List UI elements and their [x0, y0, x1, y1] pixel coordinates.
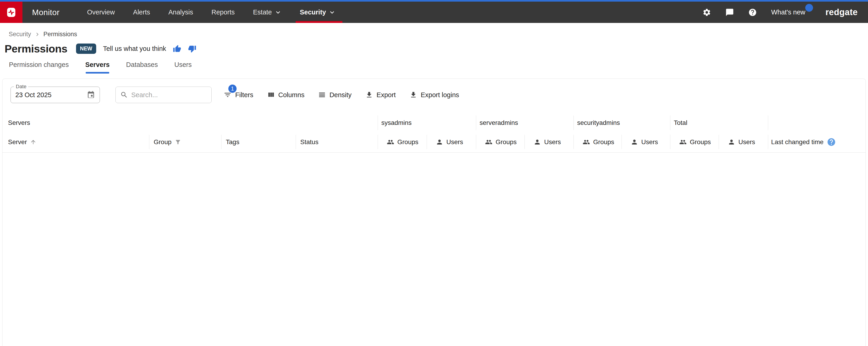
column-header-server[interactable]: Server: [2, 132, 149, 152]
column-header-group[interactable]: Group: [149, 132, 221, 152]
column-header-last-changed[interactable]: Last changed time: [768, 132, 866, 152]
feedback-text: Tell us what you think: [103, 45, 166, 53]
column-header-tags[interactable]: Tags: [221, 132, 296, 152]
date-field[interactable]: Date 23 Oct 2025: [10, 87, 100, 103]
help-circle-icon[interactable]: [827, 138, 836, 147]
column-header-serveradmins-users[interactable]: Users: [524, 132, 574, 152]
thumbs-up-icon[interactable]: [173, 45, 181, 53]
column-header-serveradmins-groups[interactable]: Groups: [476, 132, 524, 152]
sort-ascending-icon: [30, 139, 36, 145]
group-header-spacer: [768, 114, 866, 132]
nav-item-security[interactable]: Security: [300, 2, 336, 23]
nav-item-alerts[interactable]: Alerts: [133, 2, 150, 23]
breadcrumb: Security Permissions: [0, 23, 868, 38]
group-header-securityadmins: securityadmins: [574, 114, 670, 132]
column-header-securityadmins-users[interactable]: Users: [622, 132, 670, 152]
tab-servers[interactable]: Servers: [85, 61, 110, 74]
search-icon: [120, 91, 128, 99]
title-row: Permissions NEW Tell us what you think: [0, 38, 868, 55]
nav-item-estate[interactable]: Estate: [253, 2, 281, 23]
redgate-logo: redgate: [826, 7, 858, 17]
notification-dot: [805, 4, 813, 12]
table-group-header: Servers sysadmins serveradmins securitya…: [2, 114, 866, 132]
user-icon: [534, 138, 541, 146]
tab-users[interactable]: Users: [174, 61, 192, 74]
pulse-logo-icon: [6, 7, 17, 18]
search-field[interactable]: [116, 87, 212, 103]
column-header-status[interactable]: Status: [296, 132, 378, 152]
feedback-chat-icon[interactable]: [725, 8, 734, 17]
date-field-label: Date: [14, 84, 28, 90]
download-icon: [365, 91, 373, 99]
group-header-total: Total: [670, 114, 768, 132]
group-header-serveradmins: serveradmins: [476, 114, 574, 132]
column-header-sysadmins-groups[interactable]: Groups: [378, 132, 427, 152]
group-header-servers: Servers: [2, 114, 378, 132]
tab-databases[interactable]: Databases: [126, 61, 158, 74]
tab-permission-changes[interactable]: Permission changes: [9, 61, 69, 74]
monitor-logo[interactable]: [0, 2, 23, 23]
toolbar-buttons: 1 Filters Columns Density Export Export …: [223, 91, 459, 99]
column-header-total-users[interactable]: Users: [719, 132, 768, 152]
calendar-icon[interactable]: [87, 91, 95, 99]
product-name: Monitor: [32, 8, 60, 17]
user-icon: [436, 138, 443, 146]
column-header-total-groups[interactable]: Groups: [670, 132, 719, 152]
servers-panel: Date 23 Oct 2025 1 Filters Columns Densi…: [2, 79, 866, 346]
group-header-sysadmins: sysadmins: [378, 114, 476, 132]
date-value: 23 Oct 2025: [16, 91, 52, 99]
chevron-down-icon: [275, 9, 281, 16]
groups-icon: [485, 138, 492, 146]
columns-button[interactable]: Columns: [267, 91, 304, 99]
density-button[interactable]: Density: [318, 91, 351, 99]
top-nav: Monitor Overview Alerts Analysis Reports…: [0, 2, 868, 23]
chevron-down-icon: [329, 9, 336, 16]
thumbs-down-icon[interactable]: [188, 45, 196, 53]
whats-new-link[interactable]: What's new: [771, 8, 811, 16]
export-logins-button[interactable]: Export logins: [409, 91, 459, 99]
nav-item-overview[interactable]: Overview: [87, 2, 115, 23]
groups-icon: [387, 138, 394, 146]
new-badge: NEW: [76, 44, 96, 54]
download-icon: [409, 91, 417, 99]
nav-right: What's new redgate: [703, 7, 868, 17]
filter-funnel-icon[interactable]: [175, 139, 181, 145]
nav-item-reports[interactable]: Reports: [211, 2, 235, 23]
top-accent-strip: [0, 0, 868, 2]
tabs: Permission changes Servers Databases Use…: [0, 61, 868, 74]
groups-icon: [679, 138, 687, 146]
toolbar: Date 23 Oct 2025 1 Filters Columns Densi…: [2, 79, 866, 109]
breadcrumb-permissions: Permissions: [43, 31, 77, 38]
user-icon: [728, 138, 735, 146]
filters-count-badge: 1: [228, 84, 237, 93]
export-button[interactable]: Export: [365, 91, 396, 99]
table-header: Server Group Tags Status Groups Users Gr…: [2, 132, 866, 153]
groups-icon: [583, 138, 590, 146]
help-icon[interactable]: [748, 8, 757, 17]
search-input[interactable]: [131, 91, 207, 99]
nav-items: Overview Alerts Analysis Reports Estate …: [87, 2, 336, 23]
chevron-right-icon: [34, 31, 40, 37]
column-header-securityadmins-groups[interactable]: Groups: [574, 132, 622, 152]
nav-item-analysis[interactable]: Analysis: [168, 2, 193, 23]
column-header-sysadmins-users[interactable]: Users: [427, 132, 476, 152]
density-icon: [318, 91, 326, 99]
breadcrumb-security[interactable]: Security: [9, 31, 31, 38]
columns-icon: [267, 91, 275, 99]
settings-gear-icon[interactable]: [703, 8, 711, 17]
user-icon: [631, 138, 638, 146]
filters-button[interactable]: 1 Filters: [223, 91, 253, 99]
page-title: Permissions: [5, 42, 67, 55]
